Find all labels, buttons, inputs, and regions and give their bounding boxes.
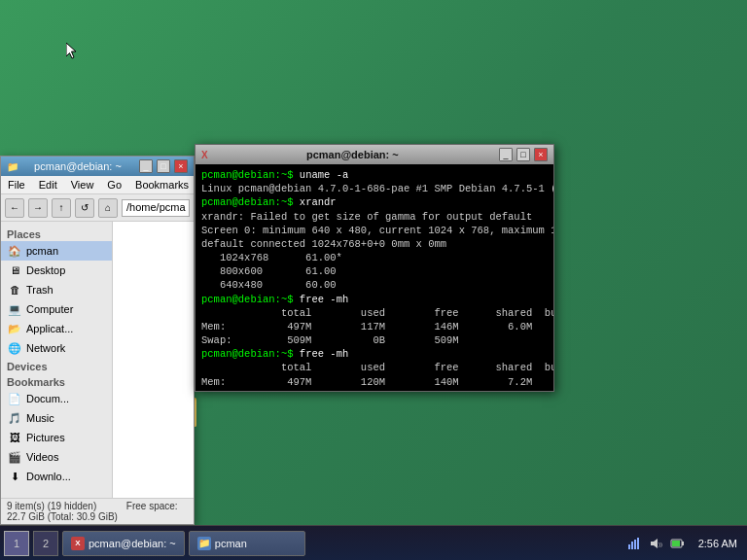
svg-marker-15 (651, 539, 658, 548)
music-icon: 🎵 (7, 410, 22, 426)
file-manager-window: 📁 pcman@debian: ~ _ □ × File Edit View G… (0, 156, 195, 525)
pictures-icon: 🖼 (7, 430, 22, 445)
up-button[interactable]: ↑ (52, 198, 71, 218)
sidebar-item-pictures[interactable]: 🖼 Pictures (1, 428, 112, 447)
svg-rect-11 (628, 544, 630, 549)
filemanager-task-icon: 📁 (197, 537, 211, 550)
sidebar-item-desktop[interactable]: 🖥 Desktop (1, 261, 112, 280)
computer-icon: 💻 (7, 301, 22, 317)
term-minimize-btn[interactable]: _ (499, 148, 513, 161)
volume-tray-icon[interactable]: )))) (648, 536, 663, 551)
sidebar-label-pictures: Pictures (26, 432, 65, 443)
downloads-icon: ⬇ (7, 469, 22, 484)
videos-icon: 🎬 (7, 449, 22, 465)
back-button[interactable]: ← (5, 198, 24, 218)
sidebar-section-places: Places (1, 226, 112, 241)
fm-close-btn[interactable]: × (174, 159, 188, 173)
fm-titlebar: 📁 pcman@debian: ~ _ □ × (1, 157, 194, 176)
fm-maximize-btn[interactable]: □ (157, 159, 170, 173)
forward-button[interactable]: → (28, 198, 48, 218)
workspace-btn-2[interactable]: 2 (33, 531, 58, 556)
sidebar-section-bookmarks: Bookmarks (1, 373, 112, 389)
reload-button[interactable]: ↺ (75, 198, 94, 218)
sidebar-label-downloads: Downlo... (26, 471, 71, 482)
sidebar-label-computer: Computer (26, 303, 73, 315)
taskbar-item-filemanager[interactable]: 📁 pcman (189, 531, 305, 556)
term-maximize-btn[interactable]: □ (516, 148, 530, 161)
sidebar-label-network: Network (26, 342, 65, 354)
sidebar-item-downloads[interactable]: ⬇ Downlo... (1, 467, 112, 486)
svg-rect-14 (637, 538, 639, 549)
fm-item-count: 9 item(s) (19 hidden) (7, 501, 96, 511)
applications-icon: 📂 (7, 321, 22, 336)
term-close-btn[interactable]: × (534, 148, 548, 161)
menu-edit[interactable]: Edit (36, 178, 60, 192)
sidebar-label-music: Music (26, 412, 54, 424)
fm-content: Places 🏠 pcman 🖥 Desktop 🗑 Trash 💻 Compu… (1, 222, 194, 498)
sidebar-label-desktop: Desktop (26, 264, 65, 276)
workspace-btn-1[interactable]: 1 (4, 531, 29, 556)
menu-file[interactable]: File (5, 178, 28, 192)
term-title-text: pcman@debian: ~ (306, 149, 399, 160)
home-icon: 🏠 (7, 243, 22, 259)
sidebar-section-devices: Devices (1, 358, 112, 373)
sidebar-item-music[interactable]: 🎵 Music (1, 408, 112, 428)
sidebar-label-applications: Applicat... (26, 323, 73, 334)
fm-minimize-btn[interactable]: _ (139, 159, 153, 173)
taskbar-terminal-label: pcman@debian: ~ (89, 538, 176, 549)
sidebar-label-documents: Docum... (26, 393, 69, 404)
fm-sidebar: Places 🏠 pcman 🖥 Desktop 🗑 Trash 💻 Compu… (1, 222, 113, 498)
address-bar[interactable]: /home/pcma (122, 199, 190, 217)
sidebar-label-trash: Trash (26, 284, 53, 296)
taskbar: 1 2 X pcman@debian: ~ 📁 pcman )))) (0, 525, 747, 560)
sidebar-item-network[interactable]: 🌐 Network (1, 338, 112, 358)
network-tray-icon (626, 536, 642, 551)
fm-statusbar: 9 item(s) (19 hidden) Free space: 22.7 G… (1, 498, 194, 524)
svg-rect-12 (631, 542, 633, 549)
sidebar-item-computer[interactable]: 💻 Computer (1, 299, 112, 319)
terminal-window: X pcman@debian: ~ _ □ × pcman@debian:~$ … (195, 144, 554, 392)
taskbar-item-terminal[interactable]: X pcman@debian: ~ (62, 531, 185, 556)
home-button[interactable]: ⌂ (98, 198, 118, 218)
menu-go[interactable]: Go (104, 178, 124, 192)
fm-toolbar: ← → ↑ ↺ ⌂ /home/pcma (1, 194, 194, 222)
documents-icon: 📄 (7, 391, 22, 406)
term-icon: X (201, 150, 208, 160)
fm-title-text: pcman@debian: ~ (18, 160, 137, 172)
battery-tray-icon (669, 536, 685, 551)
taskbar-fm-label: pcman (215, 538, 247, 549)
term-titlebar: X pcman@debian: ~ _ □ × (196, 145, 553, 164)
sidebar-item-trash[interactable]: 🗑 Trash (1, 280, 112, 299)
svg-rect-19 (672, 541, 680, 546)
menu-view[interactable]: View (68, 178, 97, 192)
system-clock[interactable]: 2:56 AM (693, 538, 743, 549)
terminal-task-icon: X (71, 537, 85, 550)
desktop-icon: 🖥 (7, 262, 22, 278)
sidebar-label-videos: Videos (26, 451, 58, 463)
sidebar-label-pcman: pcman (26, 245, 58, 257)
sidebar-item-videos[interactable]: 🎬 Videos (1, 447, 112, 467)
systray: )))) (626, 536, 689, 551)
fm-title-icon: 📁 (7, 161, 18, 172)
trash-icon: 🗑 (7, 282, 22, 298)
menu-bookmarks[interactable]: Bookmarks (132, 178, 192, 192)
network-icon: 🌐 (7, 340, 22, 356)
fm-menubar: File Edit View Go Bookmarks (1, 176, 194, 194)
fm-main-area (113, 222, 194, 498)
svg-rect-18 (682, 542, 684, 545)
sidebar-item-pcman[interactable]: 🏠 pcman (1, 241, 112, 261)
term-body[interactable]: pcman@debian:~$ uname -a Linux pcman@deb… (196, 164, 553, 391)
sidebar-item-applications[interactable]: 📂 Applicat... (1, 319, 112, 338)
svg-rect-13 (634, 540, 636, 549)
sidebar-item-documents[interactable]: 📄 Docum... (1, 389, 112, 408)
svg-text:)))): )))) (658, 542, 662, 547)
